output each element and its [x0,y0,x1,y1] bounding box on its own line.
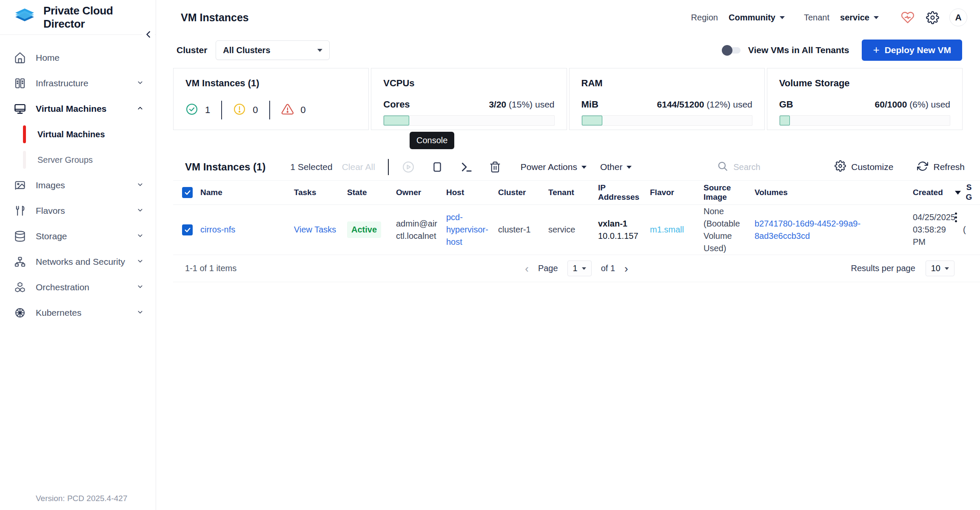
row-checkbox-cell [173,224,198,235]
host-link[interactable]: pcd-hypervisor-host [446,212,488,246]
sidebar-item-networks-and-security[interactable]: Networks and Security [0,249,156,275]
card-volume-storage: Volume Storage GB 60/1000 (6%) used [767,68,963,130]
region-select[interactable]: Community [729,13,785,23]
sidebar-item-images[interactable]: Images [0,173,156,198]
table-scroll-area: Name Tasks State Owner Host Cluster Tena… [173,180,980,255]
usage-fraction: 6144/51200 [657,99,704,109]
sidebar-subitem-virtual-machines[interactable]: Virtual Machines [0,122,156,147]
column-header-created[interactable]: Created [910,188,960,197]
usage-text: 60/1000 (6%) used [875,99,950,110]
next-page-icon[interactable]: › [624,263,628,274]
flavor-link[interactable]: m1.small [650,225,684,234]
column-header-state: State [345,188,393,197]
clipped-header-line2: G [966,193,972,202]
deploy-new-vm-label: Deploy New VM [885,45,951,55]
sidebar-item-kubernetes[interactable]: Kubernetes [0,300,156,326]
view-tasks-link[interactable]: View Tasks [294,225,336,234]
sidebar: Private Cloud Director Home Infrastructu… [0,0,156,510]
cell-name: cirros-nfs [198,224,291,236]
sidebar-item-label: Images [36,180,65,190]
cell-cluster: cluster-1 [496,224,546,236]
sidebar-subitem-label: Server Groups [37,155,93,165]
previous-page-icon[interactable]: ‹ [525,263,529,274]
card-ram: RAM MiB 6144/51200 (12%) used [569,68,765,130]
sidebar-item-flavors[interactable]: Flavors [0,198,156,224]
sidebar-subitem-server-groups[interactable]: Server Groups [0,147,156,173]
caret-down-icon [582,267,586,270]
column-header-flavor: Flavor [647,188,701,197]
caret-down-icon [945,267,949,270]
sidebar-item-home[interactable]: Home [0,45,156,71]
view-all-tenants-label: View VMs in All Tenants [748,45,849,55]
page-label: Page [538,264,558,273]
sidebar-item-virtual-machines[interactable]: Virtual Machines [0,96,156,122]
chevron-down-icon [137,78,144,88]
column-header-clipped: S G [960,183,980,202]
region-select-value: Community [729,13,775,23]
settings-gear-icon[interactable] [925,10,940,25]
ok-count: 1 [205,105,210,116]
header-checkbox-cell [173,187,198,198]
other-dropdown[interactable]: Other [600,162,632,172]
sidebar-item-storage[interactable]: Storage [0,224,156,249]
select-all-checkbox[interactable] [182,187,193,198]
search-input[interactable] [733,162,806,172]
vcpus-progress-track [383,115,554,126]
plus-icon: + [873,43,879,57]
deploy-new-vm-button[interactable]: + Deploy New VM [862,40,962,61]
metric-label: Cores [383,99,410,110]
created-time: 03:58:29 PM [913,224,955,248]
app-window: Private Cloud Director Home Infrastructu… [0,0,980,510]
sidebar-collapse-icon[interactable] [142,27,155,42]
column-header-host: Host [444,188,496,197]
sort-descending-icon[interactable] [955,191,961,195]
sidebar-item-orchestration[interactable]: Orchestration [0,275,156,300]
row-actions-kebab-icon[interactable] [953,211,959,224]
customize-label: Customize [851,162,893,172]
column-header-name: Name [198,188,291,197]
orchestration-icon [14,281,26,294]
power-on-icon[interactable] [402,160,415,174]
page-number-select[interactable]: 1 [567,261,592,276]
volume-link[interactable]: b2741780-16d9-4452-99a9-8ad3e6ccb3cd [755,219,860,241]
usage-text: 6144/51200 (12%) used [657,99,752,110]
table-toolbar: VM Instances (1) 1 Selected Clear All [173,154,980,180]
caret-down-icon [780,16,785,19]
refresh-button[interactable]: Refresh [917,161,965,174]
user-avatar[interactable]: A [949,8,967,26]
tenant-select[interactable]: service [840,13,879,23]
stop-icon[interactable] [430,160,444,174]
refresh-icon [917,161,928,174]
selected-count: 1 Selected [290,162,332,172]
customize-gear-icon [835,160,846,174]
created-label: Created [913,188,943,197]
vm-name-link[interactable]: cirros-nfs [200,225,235,234]
ip-address: 10.0.1.157 [598,230,642,242]
chevron-down-icon [137,308,144,318]
page-title: VM Instances [181,11,249,24]
metric-label: MiB [581,99,598,110]
sidebar-item-label: Flavors [36,206,65,216]
refresh-label: Refresh [933,162,965,172]
check-circle-icon [185,103,198,117]
networks-icon [14,255,26,268]
row-checkbox[interactable] [182,224,193,235]
results-per-page-select[interactable]: 10 [926,261,954,276]
sidebar-item-infrastructure[interactable]: Infrastructure [0,71,156,96]
warning-count-group: 0 [233,103,258,117]
health-heart-icon[interactable] [900,10,915,25]
view-all-tenants-toggle[interactable] [722,47,741,54]
delete-trash-icon[interactable] [488,160,502,174]
card-title: Volume Storage [779,78,950,89]
customize-button[interactable]: Customize [835,160,893,174]
topbar: VM Instances Region Community Tenant ser… [156,0,980,35]
console-icon[interactable] [459,160,473,174]
cluster-select[interactable]: All Clusters [216,40,330,60]
home-icon [14,51,26,64]
clear-all-button[interactable]: Clear All [342,162,375,172]
results-per-page-label: Results per page [851,264,915,273]
rail-track [23,151,26,169]
vm-status-counts: 1 0 0 [185,101,356,119]
brand-title: Private Cloud Director [43,4,156,31]
power-actions-dropdown[interactable]: Power Actions [521,162,587,172]
